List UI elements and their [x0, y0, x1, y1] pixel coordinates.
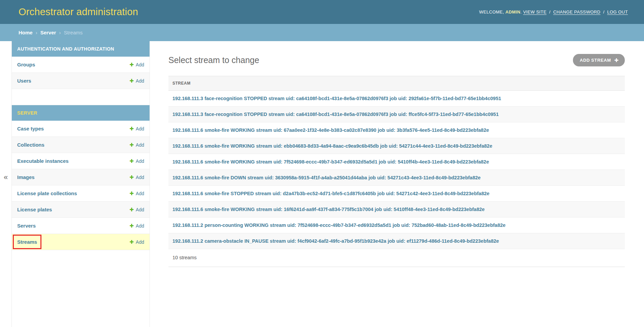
add-label: Add [136, 175, 144, 180]
sidebar-toggle-column: « [0, 41, 12, 327]
sidebar-link-groups[interactable]: Groups [17, 62, 35, 67]
breadcrumb-link-home[interactable]: Home [19, 30, 33, 35]
sidebar-section-title-authentication-and-authorization: AUTHENTICATION AND AUTHORIZATION [12, 41, 150, 57]
sidebar-section-spacer [12, 89, 150, 105]
sidebar-item-case-types[interactable]: Case types✚Add [12, 121, 150, 137]
add-label: Add [136, 142, 144, 148]
plus-icon: ✚ [130, 142, 134, 147]
add-label: Add [136, 62, 144, 67]
sidebar-item-collections[interactable]: Collections✚Add [12, 137, 150, 153]
sidebar-add-servers[interactable]: ✚Add [130, 223, 144, 229]
stream-row-link[interactable]: 192.168.111.6 smoke-fire WORKING stream … [172, 207, 485, 212]
sidebar-add-license-plates[interactable]: ✚Add [130, 207, 144, 212]
table-row: 192.168.111.2 camera-obstacle IN_PAUSE s… [168, 233, 625, 249]
stream-row-link[interactable]: 192.168.111.6 smoke-fire WORKING stream … [172, 127, 489, 133]
page-shell: « AUTHENTICATION AND AUTHORIZATIONGroups… [0, 41, 644, 327]
sidebar-section-title-server: SERVER [12, 105, 150, 121]
sidebar-collapse-icon[interactable]: « [4, 174, 8, 195]
sidebar-add-images[interactable]: ✚Add [130, 175, 144, 180]
sidebar-add-license-plate-collections[interactable]: ✚Add [130, 191, 144, 196]
table-row: 192.168.111.6 smoke-fire WORKING stream … [168, 202, 625, 217]
plus-icon: ✚ [130, 62, 134, 67]
sidebar-add-case-types[interactable]: ✚Add [130, 126, 144, 131]
plus-icon: ✚ [130, 78, 134, 83]
nav-sidebar: AUTHENTICATION AND AUTHORIZATIONGroups✚A… [12, 41, 150, 327]
page-title: Select stream to change [168, 55, 259, 65]
sidebar-item-streams[interactable]: Streams✚Add [12, 234, 150, 250]
sidebar-item-groups[interactable]: Groups✚Add [12, 57, 150, 73]
user-tools-link-view-site[interactable]: VIEW SITE [523, 9, 546, 14]
stream-row-link[interactable]: 192.168.111.6 smoke-fire STOPPED stream … [172, 191, 489, 196]
plus-icon: ✚ [614, 58, 619, 63]
sidebar-item-license-plate-collections[interactable]: License plate collections✚Add [12, 185, 150, 202]
add-label: Add [136, 223, 144, 229]
stream-row-link[interactable]: 192.168.111.2 camera-obstacle IN_PAUSE s… [172, 238, 499, 244]
stream-table: STREAM 192.168.111.3 face-recognition ST… [168, 76, 625, 249]
add-label: Add [136, 78, 144, 84]
sidebar-link-license-plates[interactable]: License plates [17, 207, 52, 212]
sidebar-item-license-plates[interactable]: License plates✚Add [12, 202, 150, 218]
table-row: 192.168.111.6 smoke-fire WORKING stream … [168, 138, 625, 154]
table-row: 192.168.111.6 smoke-fire DOWN stream uid… [168, 170, 625, 186]
sidebar-link-collections[interactable]: Collections [17, 142, 44, 148]
plus-icon: ✚ [130, 191, 134, 196]
add-label: Add [136, 191, 144, 196]
sidebar-item-images[interactable]: Images✚Add [12, 169, 150, 185]
content-header: Select stream to change ADD STREAM ✚ [168, 54, 625, 66]
sidebar-add-executable-instances[interactable]: ✚Add [130, 158, 144, 164]
app-header: Orchestrator administration WELCOME, ADM… [0, 0, 644, 24]
user-tools-link-change-password[interactable]: CHANGE PASSWORD [553, 9, 601, 14]
sidebar-link-license-plate-collections[interactable]: License plate collections [17, 190, 77, 196]
breadcrumb-current: Streams [64, 30, 83, 35]
sidebar-link-images[interactable]: Images [17, 174, 35, 180]
add-label: Add [136, 158, 144, 164]
table-row: 192.168.111.3 face-recognition STOPPED s… [168, 107, 625, 122]
user-tools: WELCOME, ADMIN. VIEW SITE / CHANGE PASSW… [479, 9, 628, 14]
plus-icon: ✚ [130, 158, 134, 164]
branding: Orchestrator administration [19, 6, 138, 18]
sidebar-item-users[interactable]: Users✚Add [12, 73, 150, 89]
add-label: Add [136, 207, 144, 212]
user-tools-link-log-out[interactable]: LOG OUT [607, 9, 628, 14]
sidebar-add-streams[interactable]: ✚Add [130, 239, 144, 245]
sidebar-item-servers[interactable]: Servers✚Add [12, 218, 150, 234]
plus-icon: ✚ [130, 239, 134, 244]
add-label: Add [136, 126, 144, 131]
stream-row-link[interactable]: 192.168.111.3 face-recognition STOPPED s… [172, 96, 501, 101]
main-content: Select stream to change ADD STREAM ✚ STR… [150, 41, 644, 327]
add-stream-button-label: ADD STREAM [580, 58, 611, 63]
plus-icon: ✚ [130, 207, 134, 212]
breadcrumb-link-server[interactable]: Server [40, 30, 56, 35]
sidebar-link-users[interactable]: Users [17, 78, 31, 84]
stream-row-link[interactable]: 192.168.111.6 smoke-fire WORKING stream … [172, 143, 492, 149]
add-stream-button[interactable]: ADD STREAM ✚ [573, 54, 625, 66]
app-title: Orchestrator administration [19, 6, 138, 18]
sidebar-add-users[interactable]: ✚Add [130, 78, 144, 84]
sidebar-link-servers[interactable]: Servers [17, 223, 36, 229]
table-row: 192.168.111.6 smoke-fire STOPPED stream … [168, 186, 625, 202]
add-label: Add [136, 239, 144, 245]
stream-row-link[interactable]: 192.168.111.3 face-recognition STOPPED s… [172, 112, 499, 117]
breadcrumb: Home›Server›Streams [0, 24, 644, 41]
sidebar-item-executable-instances[interactable]: Executable instances✚Add [12, 153, 150, 169]
table-row: 192.168.111.6 smoke-fire WORKING stream … [168, 122, 625, 138]
table-row: 192.168.111.6 smoke-fire WORKING stream … [168, 154, 625, 170]
sidebar-link-streams-annotated[interactable]: Streams [17, 239, 37, 245]
sidebar-add-groups[interactable]: ✚Add [130, 62, 144, 67]
stream-column-header: STREAM [168, 76, 625, 91]
sidebar-link-executable-instances[interactable]: Executable instances [17, 158, 69, 164]
plus-icon: ✚ [130, 175, 134, 180]
sidebar-add-collections[interactable]: ✚Add [130, 142, 144, 148]
username: ADMIN [506, 9, 521, 14]
plus-icon: ✚ [130, 223, 134, 228]
stream-row-link[interactable]: 192.168.111.2 person-counting WORKING st… [172, 222, 506, 228]
sidebar-link-case-types[interactable]: Case types [17, 126, 44, 131]
stream-row-link[interactable]: 192.168.111.6 smoke-fire WORKING stream … [172, 159, 489, 165]
stream-row-link[interactable]: 192.168.111.6 smoke-fire DOWN stream uid… [172, 175, 481, 180]
stream-count: 10 streams [168, 249, 625, 267]
plus-icon: ✚ [130, 126, 134, 131]
table-row: 192.168.111.3 face-recognition STOPPED s… [168, 91, 625, 107]
table-row: 192.168.111.2 person-counting WORKING st… [168, 217, 625, 233]
